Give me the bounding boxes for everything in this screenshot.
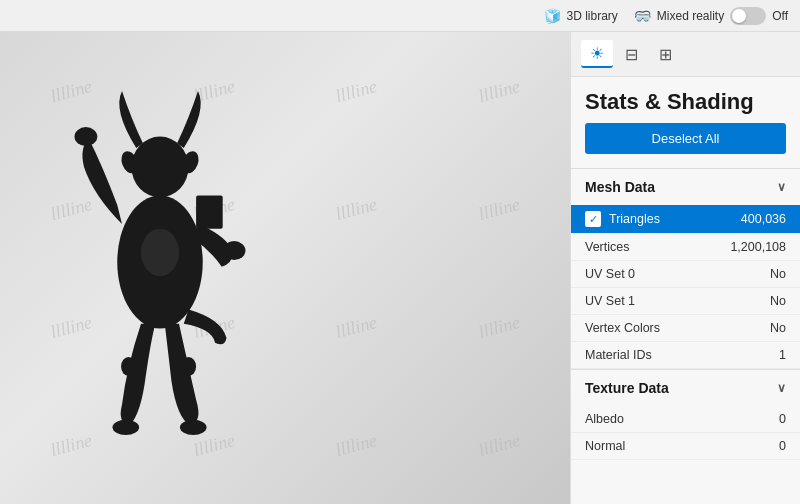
vertices-label: Vertices xyxy=(585,240,629,254)
uv-set1-label: UV Set 1 xyxy=(585,294,635,308)
vertex-colors-row: Vertex Colors No xyxy=(571,315,800,342)
topbar-items: 🧊 3D library 🥽 Mixed reality Off xyxy=(544,7,788,25)
library-label: 3D library xyxy=(566,9,617,23)
svg-point-11 xyxy=(141,229,179,277)
panel-title: Stats & Shading xyxy=(571,77,800,123)
watermark-4: lllline xyxy=(415,32,570,166)
tab-sun[interactable]: ☀ xyxy=(581,40,613,68)
3d-library-item[interactable]: 🧊 3D library xyxy=(544,8,617,24)
tab-display[interactable]: ⊟ xyxy=(615,40,647,68)
mesh-data-header[interactable]: Mesh Data ∨ xyxy=(571,169,800,205)
triangles-checkbox[interactable]: ✓ xyxy=(585,211,601,227)
svg-point-2 xyxy=(75,127,98,146)
watermark-7: lllline xyxy=(272,134,440,285)
material-ids-label: Material IDs xyxy=(585,348,652,362)
mesh-data-section: Mesh Data ∨ ✓ Triangles 400,036 Vertices… xyxy=(571,168,800,369)
uv-set1-row: UV Set 1 No xyxy=(571,288,800,315)
albedo-value: 0 xyxy=(779,412,786,426)
viewport[interactable]: lllline lllline lllline lllline lllline … xyxy=(0,32,570,504)
texture-data-section: Texture Data ∨ Albedo 0 Normal 0 xyxy=(571,369,800,460)
right-panel: ☀ ⊟ ⊞ Stats & Shading Deselect All Mesh … xyxy=(570,32,800,504)
material-ids-value: 1 xyxy=(779,348,786,362)
vertices-value: 1,200,108 xyxy=(730,240,786,254)
model-silhouette xyxy=(60,72,260,452)
panel-tabs: ☀ ⊟ ⊞ xyxy=(571,32,800,77)
mixed-reality-icon: 🥽 xyxy=(634,8,651,24)
texture-data-chevron: ∨ xyxy=(777,381,786,395)
uv-set0-value: No xyxy=(770,267,786,281)
uv-set1-value: No xyxy=(770,294,786,308)
tab-grid[interactable]: ⊞ xyxy=(649,40,681,68)
albedo-label: Albedo xyxy=(585,412,624,426)
texture-data-label: Texture Data xyxy=(585,380,669,396)
vertices-row: Vertices 1,200,108 xyxy=(571,234,800,261)
svg-point-5 xyxy=(180,420,207,435)
watermark-11: lllline xyxy=(272,252,440,403)
svg-point-6 xyxy=(121,357,136,376)
triangles-row[interactable]: ✓ Triangles 400,036 xyxy=(571,205,800,234)
triangles-value: 400,036 xyxy=(741,212,786,226)
vertex-colors-value: No xyxy=(770,321,786,335)
watermark-15: lllline xyxy=(272,370,440,504)
toggle-state-label: Off xyxy=(772,9,788,23)
watermark-8: lllline xyxy=(415,134,570,285)
material-ids-row: Material IDs 1 xyxy=(571,342,800,369)
uv-set0-label: UV Set 0 xyxy=(585,267,635,281)
topbar: 🧊 3D library 🥽 Mixed reality Off xyxy=(0,0,800,32)
svg-point-1 xyxy=(132,137,189,198)
toggle-knob xyxy=(732,9,746,23)
mixed-reality-toggle[interactable] xyxy=(730,7,766,25)
mesh-data-label: Mesh Data xyxy=(585,179,655,195)
uv-set0-row: UV Set 0 No xyxy=(571,261,800,288)
mixed-reality-label: Mixed reality xyxy=(657,9,724,23)
normal-row: Normal 0 xyxy=(571,433,800,460)
watermark-16: lllline xyxy=(415,370,570,504)
watermark-12: lllline xyxy=(415,252,570,403)
svg-rect-10 xyxy=(196,196,223,229)
normal-value: 0 xyxy=(779,439,786,453)
library-icon: 🧊 xyxy=(544,8,561,24)
albedo-row: Albedo 0 xyxy=(571,406,800,433)
texture-data-header[interactable]: Texture Data ∨ xyxy=(571,370,800,406)
svg-point-7 xyxy=(181,357,196,376)
triangles-label-group: ✓ Triangles xyxy=(585,211,660,227)
main-content: lllline lllline lllline lllline lllline … xyxy=(0,32,800,504)
triangles-label: Triangles xyxy=(609,212,660,226)
svg-point-4 xyxy=(113,420,140,435)
mesh-data-chevron: ∨ xyxy=(777,180,786,194)
watermark-3: lllline xyxy=(272,32,440,166)
normal-label: Normal xyxy=(585,439,625,453)
svg-point-3 xyxy=(223,241,246,260)
mixed-reality-toggle-container: 🥽 Mixed reality Off xyxy=(634,7,788,25)
deselect-all-button[interactable]: Deselect All xyxy=(585,123,786,154)
vertex-colors-label: Vertex Colors xyxy=(585,321,660,335)
